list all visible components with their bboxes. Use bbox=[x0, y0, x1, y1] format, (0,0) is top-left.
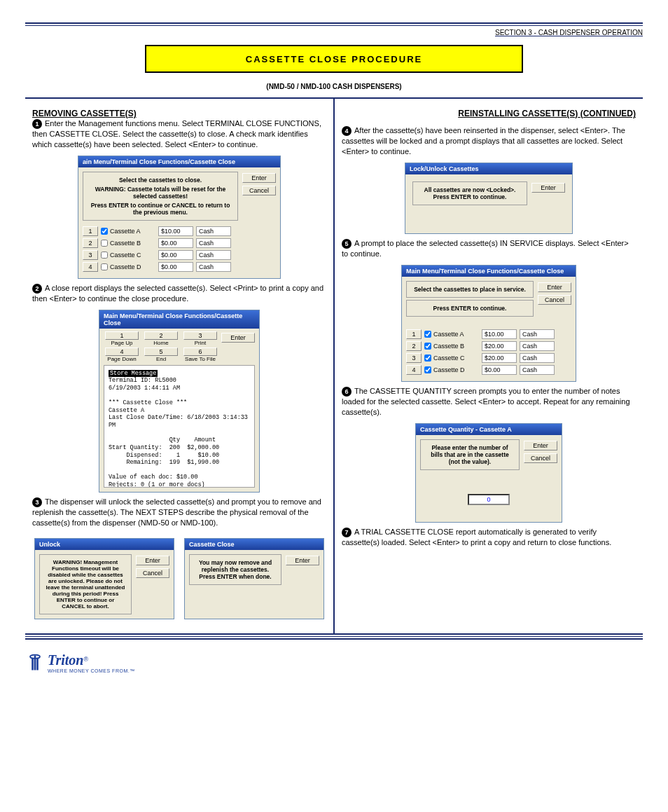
step-1: 1Enter the Management functions menu. Se… bbox=[32, 118, 326, 150]
step-number-4: 4 bbox=[342, 126, 352, 136]
row-selector[interactable]: 2 bbox=[406, 341, 422, 351]
cassette-checkbox[interactable]: Cassette C bbox=[424, 355, 479, 362]
left-column: REMOVING CASSETTE(S) 1Enter the Manageme… bbox=[25, 99, 335, 633]
cancel-button[interactable]: Cancel bbox=[242, 186, 276, 195]
toolbar-key[interactable]: 1 bbox=[105, 331, 139, 340]
dialog-lock-cassettes: Lock/Unlock Cassettes All cassettes are … bbox=[405, 163, 573, 234]
step-6: 6The CASSETTE QUANTITY screen prompts yo… bbox=[342, 386, 636, 418]
toolbar-label: Page Up bbox=[104, 340, 140, 346]
step-number-5: 5 bbox=[342, 239, 352, 249]
step-2: 2A close report displays the selected ca… bbox=[32, 283, 326, 304]
dialog-msg: Select the cassettes to close. bbox=[88, 177, 233, 184]
cancel-button[interactable]: Cancel bbox=[538, 295, 571, 305]
step-3: 3The dispenser will unlock the selected … bbox=[32, 497, 326, 528]
cassette-checkbox[interactable]: Cassette A bbox=[424, 331, 479, 338]
two-column-layout: REMOVING CASSETTE(S) 1Enter the Manageme… bbox=[25, 97, 643, 635]
left-section-title: REMOVING CASSETTE(S) bbox=[32, 109, 326, 118]
dialog-msg: You may now remove and replenish the cas… bbox=[189, 554, 281, 585]
dialog-cassette-close-prompt: Cassette Close You may now remove and re… bbox=[184, 538, 324, 619]
cassette-value: $0.00 bbox=[482, 365, 517, 375]
dialog-unlock: Unlock WARNING! Management Functions tim… bbox=[34, 538, 174, 619]
row-selector[interactable]: 4 bbox=[83, 262, 98, 272]
cassette-checkbox[interactable]: Cassette A bbox=[101, 228, 155, 235]
brand-tagline: WHERE MONEY COMES FROM.™ bbox=[48, 668, 135, 673]
cancel-button[interactable]: Cancel bbox=[524, 453, 557, 463]
dialog-msg: WARNING! Management Functions timeout wi… bbox=[39, 554, 132, 614]
step-number-2: 2 bbox=[32, 284, 42, 294]
dialog-msg: Select the cassettes to place in service… bbox=[406, 281, 534, 298]
quantity-input[interactable] bbox=[468, 494, 510, 505]
cassette-type: Cash bbox=[196, 262, 231, 272]
cassette-row: 4Cassette D$0.00Cash bbox=[406, 365, 571, 375]
toolbar-key[interactable]: 3 bbox=[183, 331, 217, 340]
enter-button[interactable]: Enter bbox=[221, 333, 255, 343]
top-rule bbox=[25, 22, 643, 26]
enter-button[interactable]: Enter bbox=[538, 282, 571, 292]
toolbar-key[interactable]: 2 bbox=[144, 331, 178, 340]
cassette-value: $0.00 bbox=[158, 262, 193, 272]
row-selector[interactable]: 2 bbox=[83, 238, 98, 248]
cassette-checkbox[interactable]: Cassette D bbox=[101, 263, 155, 270]
cassette-checkbox[interactable]: Cassette D bbox=[424, 366, 479, 373]
window-titlebar: Main Menu/Terminal Close Functions/Casse… bbox=[402, 266, 576, 277]
enter-button[interactable]: Enter bbox=[531, 183, 565, 193]
report-toolbar: 1Page Up 2Home 3Print Enter 4Page Down 5… bbox=[99, 329, 259, 365]
row-selector[interactable]: 3 bbox=[406, 353, 422, 363]
cancel-button[interactable]: Cancel bbox=[136, 568, 169, 578]
dialog-msg2: Press ENTER to continue. bbox=[406, 300, 534, 317]
window-titlebar: Cassette Close bbox=[185, 539, 323, 550]
window-titlebar: Cassette Quantity - Cassette A bbox=[416, 424, 562, 435]
close-report-text: Store Message Terminal ID: RL5000 6/19/2… bbox=[104, 365, 255, 488]
running-head: SECTION 3 - CASH DISPENSER OPERATION bbox=[25, 29, 643, 36]
cassette-row: 2Cassette B$0.00Cash bbox=[83, 238, 276, 248]
enter-button[interactable]: Enter bbox=[136, 556, 169, 565]
dialog-cassette-quantity: Cassette Quantity - Cassette A Please en… bbox=[415, 423, 562, 523]
step-number-7: 7 bbox=[342, 528, 352, 537]
row-selector[interactable]: 1 bbox=[406, 329, 422, 339]
cassette-type: Cash bbox=[196, 238, 231, 248]
bottom-rule bbox=[25, 636, 643, 640]
dialog-msg: Please enter the number of bills that ar… bbox=[420, 439, 520, 470]
toolbar-label: Home bbox=[143, 340, 179, 346]
toolbar-label: End bbox=[143, 356, 179, 362]
row-selector[interactable]: 3 bbox=[83, 250, 98, 260]
step-number-6: 6 bbox=[342, 387, 352, 397]
cassette-checkbox[interactable]: Cassette B bbox=[424, 343, 479, 350]
enter-button[interactable]: Enter bbox=[524, 441, 557, 450]
report-body: Terminal ID: RL5000 6/19/2003 1:44:11 AM… bbox=[109, 377, 248, 487]
enter-button[interactable]: Enter bbox=[286, 556, 319, 565]
cassette-type: Cash bbox=[520, 329, 555, 339]
toolbar-key[interactable]: 5 bbox=[144, 347, 178, 356]
step-5: 5A prompt to place the selected cassette… bbox=[342, 238, 636, 259]
small-dialog-row: Unlock WARNING! Management Functions tim… bbox=[32, 534, 326, 624]
cassette-value: $20.00 bbox=[482, 341, 517, 351]
cassette-value: $10.00 bbox=[482, 329, 517, 339]
cassette-type: Cash bbox=[520, 365, 555, 375]
right-section-title: REINSTALLING CASSETTE(S) (CONTINUED) bbox=[342, 109, 636, 118]
cassette-type: Cash bbox=[520, 341, 555, 351]
dialog-close-report: Main Menu/Terminal Close Functions/Casse… bbox=[99, 310, 260, 493]
banner-subhead: (NMD-50 / NMD-100 CASH DISPENSERS) bbox=[25, 83, 643, 90]
cassette-checkbox[interactable]: Cassette C bbox=[101, 252, 155, 259]
enter-button[interactable]: Enter bbox=[242, 173, 276, 183]
toolbar-key[interactable]: 4 bbox=[105, 347, 139, 356]
window-titlebar: Main Menu/Terminal Close Functions/Casse… bbox=[99, 310, 259, 329]
step-number-3: 3 bbox=[32, 497, 42, 507]
step-number-1: 1 bbox=[32, 119, 42, 129]
cassette-value: $0.00 bbox=[158, 250, 193, 260]
cassette-type: Cash bbox=[196, 250, 231, 260]
dialog-msg: All cassettes are now <Locked>. Press EN… bbox=[412, 181, 527, 205]
window-titlebar: Lock/Unlock Cassettes bbox=[405, 163, 572, 174]
cassette-row: 3Cassette C$20.00Cash bbox=[406, 353, 571, 363]
dialog-warn: WARNING: Cassette totals will be reset f… bbox=[88, 186, 233, 200]
brand-logo: Triton® WHERE MONEY COMES FROM.™ bbox=[25, 652, 135, 673]
cassette-value: $10.00 bbox=[158, 226, 193, 236]
row-selector[interactable]: 1 bbox=[83, 226, 98, 236]
window-titlebar: Unlock bbox=[35, 539, 174, 550]
row-selector[interactable]: 4 bbox=[406, 365, 422, 375]
toolbar-key[interactable]: 6 bbox=[183, 347, 217, 356]
toolbar-label: Page Down bbox=[104, 356, 140, 362]
step-4: 4After the cassette(s) have been reinser… bbox=[342, 125, 636, 157]
cassette-row: 2Cassette B$20.00Cash bbox=[406, 341, 571, 351]
cassette-checkbox[interactable]: Cassette B bbox=[101, 240, 155, 247]
